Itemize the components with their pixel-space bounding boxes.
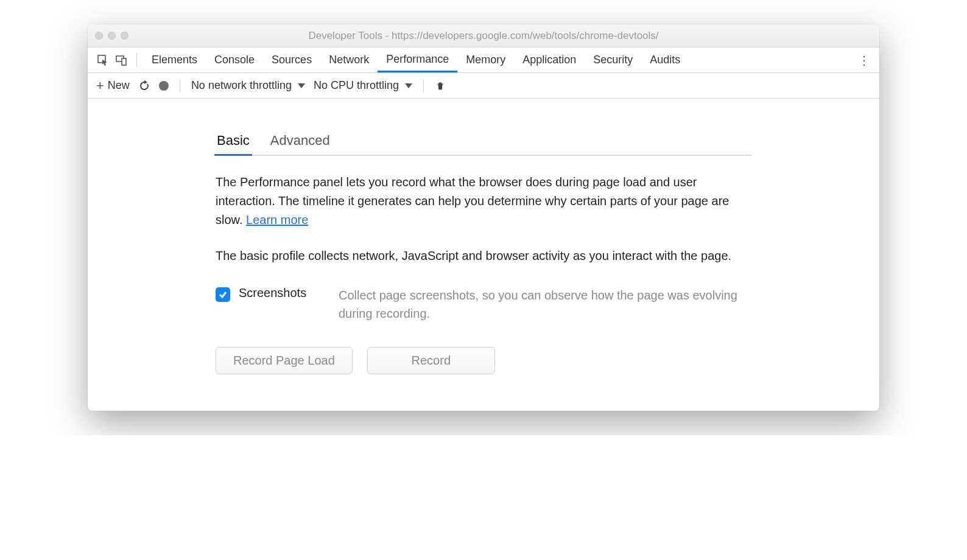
- screenshots-label: Screenshots: [239, 286, 330, 300]
- tab-console[interactable]: Console: [206, 47, 263, 72]
- performance-toolbar: + New No network throttling No CPU throt…: [88, 73, 879, 99]
- cpu-throttling-value: No CPU throttling: [314, 79, 399, 92]
- record-button[interactable]: Record: [367, 347, 495, 374]
- minimize-window-icon[interactable]: [108, 32, 116, 40]
- reload-button[interactable]: [138, 80, 150, 92]
- screenshots-option-row: Screenshots Collect page screenshots, so…: [216, 286, 751, 323]
- content-area: BasicAdvanced The Performance panel lets…: [88, 99, 879, 411]
- tab-network[interactable]: Network: [320, 47, 378, 72]
- tab-sources[interactable]: Sources: [263, 47, 320, 72]
- profile-type-tabs: BasicAdvanced: [216, 129, 751, 156]
- network-throttling-value: No network throttling: [191, 79, 292, 92]
- tab-memory[interactable]: Memory: [457, 47, 514, 72]
- cpu-throttling-dropdown[interactable]: No CPU throttling: [314, 79, 412, 92]
- titlebar: Developer Tools - https://developers.goo…: [88, 24, 879, 47]
- main-tab-strip: ElementsConsoleSourcesNetworkPerformance…: [88, 47, 879, 73]
- more-options-icon[interactable]: ⋮: [855, 53, 873, 68]
- window-title: Developer Tools - https://developers.goo…: [88, 30, 879, 42]
- inspect-icon[interactable]: [94, 51, 112, 69]
- tab-elements[interactable]: Elements: [143, 47, 206, 72]
- window-controls: [95, 32, 128, 40]
- network-throttling-dropdown[interactable]: No network throttling: [191, 79, 305, 92]
- record-button[interactable]: [159, 81, 169, 91]
- reload-icon: [138, 80, 150, 92]
- subtab-advanced[interactable]: Advanced: [269, 129, 331, 155]
- screenshots-checkbox[interactable]: [216, 287, 230, 302]
- new-recording-button[interactable]: + New: [96, 78, 130, 94]
- trash-icon: [435, 80, 446, 91]
- check-icon: [218, 290, 228, 299]
- device-toggle-icon[interactable]: [112, 51, 130, 69]
- chevron-down-icon: [298, 83, 305, 88]
- separator: [136, 53, 137, 68]
- tab-audits[interactable]: Audits: [641, 47, 689, 72]
- plus-icon: +: [96, 78, 104, 94]
- separator: [423, 79, 424, 93]
- screenshots-description: Collect page screenshots, so you can obs…: [339, 286, 751, 323]
- devtools-window: Developer Tools - https://developers.goo…: [88, 24, 879, 411]
- svg-rect-2: [122, 58, 126, 65]
- record-page-load-button[interactable]: Record Page Load: [216, 347, 353, 374]
- tab-application[interactable]: Application: [514, 47, 585, 72]
- separator: [180, 79, 180, 93]
- performance-landing-panel: BasicAdvanced The Performance panel lets…: [216, 129, 751, 374]
- intro-paragraph: The Performance panel lets you record wh…: [216, 173, 751, 229]
- learn-more-link[interactable]: Learn more: [246, 213, 308, 226]
- clear-button[interactable]: [435, 80, 446, 91]
- basic-description: The basic profile collects network, Java…: [216, 247, 751, 265]
- chevron-down-icon: [405, 83, 412, 88]
- subtab-basic[interactable]: Basic: [216, 129, 251, 155]
- record-icon: [159, 81, 169, 91]
- zoom-window-icon[interactable]: [121, 32, 128, 40]
- tab-performance[interactable]: Performance: [378, 47, 457, 72]
- tab-security[interactable]: Security: [585, 47, 641, 72]
- action-buttons: Record Page Load Record: [216, 347, 751, 374]
- new-label: New: [108, 79, 130, 92]
- close-window-icon[interactable]: [95, 32, 103, 40]
